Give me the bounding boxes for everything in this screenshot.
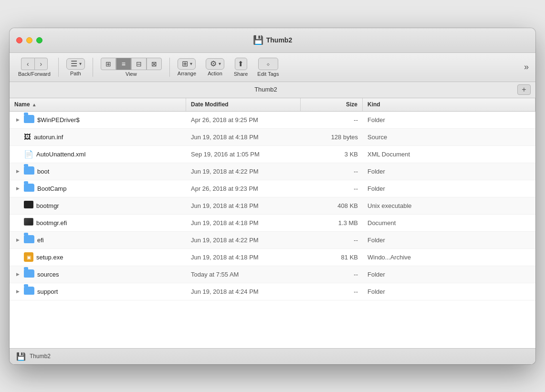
file-type-icon	[24, 235, 34, 245]
view-icon-btn[interactable]: ⊞	[101, 58, 116, 70]
file-type-icon	[24, 201, 33, 210]
list-item[interactable]: ▶ bootmgr.efi Jun 19, 2018 at 4:18 PM 1.…	[10, 215, 535, 232]
expand-icon[interactable]: ▶	[14, 185, 21, 192]
file-kind-cell: Folder	[363, 112, 535, 128]
file-name-cell: ▶ boot	[10, 163, 186, 180]
file-date-cell: Jun 19, 2018 at 4:22 PM	[186, 232, 301, 248]
back-forward-group[interactable]: ‹ › Back/Forward	[14, 56, 54, 79]
col-header-size[interactable]: Size	[301, 98, 363, 111]
arrange-icon: ⊞	[182, 60, 188, 68]
file-kind-cell: Folder	[363, 266, 535, 283]
arrange-button[interactable]: ⊞ ▾ Arrange	[174, 56, 200, 78]
minimize-button[interactable]	[26, 37, 32, 43]
expand-icon[interactable]: ▶	[14, 116, 21, 123]
share-icon: ⬆	[238, 60, 244, 68]
back-forward-label: Back/Forward	[18, 71, 51, 77]
arrange-label: Arrange	[178, 71, 196, 76]
file-date-cell: Jun 19, 2018 at 4:24 PM	[186, 283, 301, 300]
list-item[interactable]: ▶ BootCamp Apr 26, 2018 at 9:23 PM -- Fo…	[10, 180, 535, 197]
file-name: BootCamp	[37, 185, 66, 192]
list-item[interactable]: ▶ boot Jun 19, 2018 at 4:22 PM -- Folder	[10, 163, 535, 180]
finder-window: 💾 Thumb2 ‹ › Back/Forward ☰ ▾	[10, 28, 535, 364]
arrange-btn-inner[interactable]: ⊞ ▾	[178, 58, 196, 70]
file-name: setup.exe	[36, 254, 63, 261]
file-kind-cell: Folder	[363, 232, 535, 248]
action-button[interactable]: ⚙ ▾ Action	[202, 56, 228, 78]
col-header-name[interactable]: Name ▲	[10, 98, 186, 111]
traffic-lights	[16, 37, 42, 43]
share-button[interactable]: ⬆ Share	[230, 56, 252, 79]
tag-icon: ⬦	[266, 60, 270, 67]
file-type-icon	[24, 115, 34, 125]
file-name-cell: ▶ sources	[10, 266, 186, 283]
action-btn-inner[interactable]: ⚙ ▾	[206, 58, 224, 70]
list-item[interactable]: ▶ efi Jun 19, 2018 at 4:22 PM -- Folder	[10, 232, 535, 249]
file-date-cell: Apr 26, 2018 at 9:25 PM	[186, 112, 301, 128]
file-name: AutoUnattend.xml	[36, 151, 85, 158]
expand-icon[interactable]: ▶	[14, 271, 21, 278]
add-tab-button[interactable]: +	[517, 84, 531, 95]
list-item[interactable]: ▶ ▣ setup.exe Jun 19, 2018 at 4:18 PM 81…	[10, 249, 535, 266]
file-name: sources	[37, 271, 59, 278]
expand-icon[interactable]: ▶	[14, 237, 21, 243]
view-gallery-btn[interactable]: ⊠	[147, 58, 162, 70]
file-size-cell: --	[301, 180, 363, 197]
view-list-btn[interactable]: ≡	[116, 58, 131, 70]
file-date-cell: Jun 19, 2018 at 4:18 PM	[186, 197, 301, 214]
gear-icon: ⚙	[210, 60, 217, 68]
edit-tags-button[interactable]: ⬦ Edit Tags	[253, 56, 283, 79]
arrange-arrow: ▾	[190, 61, 192, 66]
file-type-icon	[24, 287, 34, 297]
statusbar-text: Thumb2	[30, 353, 51, 360]
file-name-cell: ▶ efi	[10, 232, 186, 248]
tab-thumb2[interactable]: Thumb2	[14, 82, 517, 98]
view-columns-btn[interactable]: ⊟	[131, 58, 147, 70]
file-size-cell: --	[301, 266, 363, 283]
file-date-cell: Jun 19, 2018 at 4:18 PM	[186, 129, 301, 145]
path-icon: ☰	[71, 60, 77, 68]
list-item[interactable]: ▶ 🖼 autorun.inf Jun 19, 2018 at 4:18 PM …	[10, 129, 535, 146]
column-headers: Name ▲ Date Modified Size Kind	[10, 98, 535, 112]
statusbar: 💾 Thumb2	[10, 348, 535, 364]
file-type-icon	[24, 166, 34, 176]
empty-space	[10, 300, 535, 348]
expand-icon[interactable]: ▶	[14, 288, 21, 295]
file-name-cell: ▶ 📄 AutoUnattend.xml	[10, 146, 186, 163]
file-name: support	[37, 288, 58, 295]
expand-icon[interactable]: ▶	[14, 168, 21, 175]
file-size-cell: --	[301, 112, 363, 128]
list-item[interactable]: ▶ support Jun 19, 2018 at 4:24 PM -- Fol…	[10, 283, 535, 300]
toolbar: ‹ › Back/Forward ☰ ▾ Path ⊞ ≡	[10, 53, 535, 82]
path-arrow: ▾	[79, 61, 82, 66]
file-list: ▶ $WinPEDriver$ Apr 26, 2018 at 9:25 PM …	[10, 112, 535, 300]
file-kind-cell: Source	[363, 129, 535, 145]
action-label: Action	[208, 71, 222, 76]
file-kind-cell: XML Document	[363, 146, 535, 163]
toolbar-overflow-button[interactable]: »	[522, 60, 531, 74]
list-item[interactable]: ▶ bootmgr Jun 19, 2018 at 4:18 PM 408 KB…	[10, 197, 535, 215]
path-button[interactable]: ☰ ▾ Path	[63, 56, 89, 78]
file-size-cell: 3 KB	[301, 146, 363, 163]
file-kind-cell: Document	[363, 215, 535, 231]
file-date-cell: Jun 19, 2018 at 4:18 PM	[186, 215, 301, 231]
path-label: Path	[70, 71, 81, 76]
maximize-button[interactable]	[36, 37, 42, 43]
file-size-cell: --	[301, 163, 363, 180]
forward-button[interactable]: ›	[34, 58, 48, 70]
file-name: autorun.inf	[34, 134, 63, 141]
file-size-cell: --	[301, 283, 363, 300]
list-item[interactable]: ▶ 📄 AutoUnattend.xml Sep 19, 2016 at 1:0…	[10, 146, 535, 163]
file-size-cell: 128 bytes	[301, 129, 363, 145]
path-btn-inner[interactable]: ☰ ▾	[66, 58, 85, 70]
statusbar-drive-icon: 💾	[16, 352, 26, 361]
col-header-kind[interactable]: Kind	[363, 98, 535, 111]
back-button[interactable]: ‹	[21, 58, 34, 70]
list-item[interactable]: ▶ sources Today at 7:55 AM -- Folder	[10, 266, 535, 283]
close-button[interactable]	[16, 37, 22, 43]
col-header-date[interactable]: Date Modified	[186, 98, 301, 111]
file-name: $WinPEDriver$	[37, 116, 80, 124]
file-size-cell: 1.3 MB	[301, 215, 363, 231]
file-list-area: ▶ $WinPEDriver$ Apr 26, 2018 at 9:25 PM …	[10, 112, 535, 348]
list-item[interactable]: ▶ $WinPEDriver$ Apr 26, 2018 at 9:25 PM …	[10, 112, 535, 129]
file-type-icon	[24, 184, 34, 194]
